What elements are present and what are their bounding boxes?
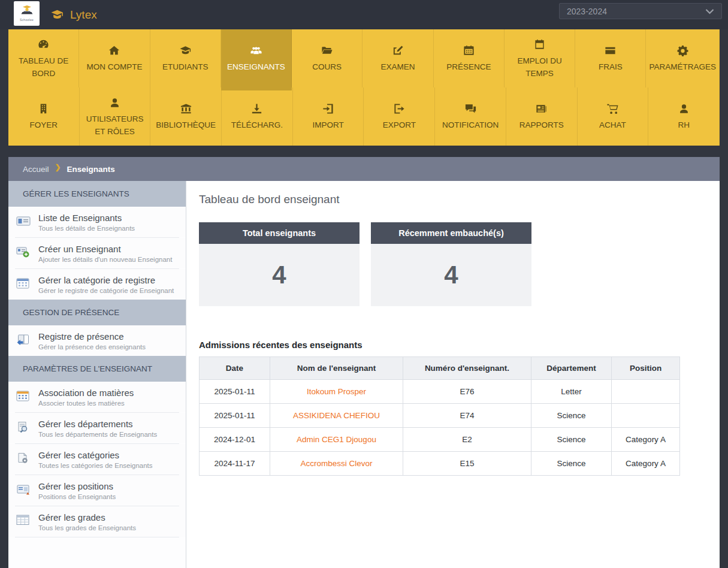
sidebar-item-subtitle: Tous les départements de Enseignants — [38, 431, 157, 438]
sidebar-item-liste-enseignants[interactable]: Liste de EnseignantsTous les détails de … — [8, 207, 186, 237]
cell-position: Category A — [612, 452, 680, 476]
sidebar-section-header: GÉRER LES ENSEIGNANTS — [8, 181, 186, 207]
add-card-icon — [16, 243, 32, 263]
newspaper-icon — [535, 102, 548, 115]
sidebar-item-creer-enseignant[interactable]: Créer un EnseignantAjouter les détails d… — [8, 238, 186, 268]
cell-teacher-number: E2 — [403, 428, 531, 452]
sign-out-icon — [393, 102, 406, 115]
sidebar-item-title: Gérer les positions — [38, 481, 116, 491]
table-header-row: DateNom de l'enseignantNuméro d'enseigna… — [200, 357, 680, 380]
brand-link[interactable]: Lytex — [50, 0, 97, 29]
nav-tile-label: FRAIS — [599, 61, 623, 74]
cell-date: 2025-01-11 — [200, 380, 270, 404]
nav-tile-export[interactable]: EXPORT — [364, 87, 435, 146]
cell-teacher-number: E74 — [403, 404, 531, 428]
nav-tile-etudiants[interactable]: ETUDIANTS — [150, 29, 221, 87]
sidebar-item-subtitle: Gérer la présence des enseignants — [38, 343, 146, 351]
nav-tile-import[interactable]: IMPORT — [293, 87, 364, 146]
sidebar-item-registre-presence[interactable]: Registre de présenceGérer la présence de… — [8, 325, 186, 356]
nav-tile-parametrages[interactable]: PARAMÉTRAGES — [646, 29, 720, 87]
nav-tile-mon-compte[interactable]: MON COMPTE — [79, 29, 150, 87]
calendar-icon — [533, 38, 546, 51]
sidebar-item-subtitle: Gérer le registre de catégorie de Enseig… — [38, 287, 174, 294]
home-icon — [108, 44, 120, 57]
teacher-name-link[interactable]: Admin CEG1 Djougou — [270, 428, 403, 452]
sidebar-item-title: Créer un Enseignant — [38, 244, 172, 254]
nav-tile-rh[interactable]: RH — [648, 87, 720, 146]
schoolee-logo[interactable]: Schoolee — [14, 1, 40, 26]
user-icon — [108, 96, 121, 109]
table-row: 2024-12-01Admin CEG1 DjougouE2ScienceCat… — [200, 428, 680, 452]
nav-tile-enseignants[interactable]: ENSEIGNANTS — [221, 29, 292, 87]
chevron-down-icon — [705, 7, 714, 16]
breadcrumb-home-link[interactable]: Accueil — [23, 165, 49, 174]
main-nav: TABLEAU DE BORDMON COMPTEETUDIANTSENSEIG… — [8, 29, 720, 146]
schoolee-logo-icon — [19, 5, 35, 17]
comments-icon — [464, 102, 477, 115]
nav-row-2: FOYERUTILISATEURS ET RÔLESBIBLIOTHÈQUETÉ… — [8, 87, 720, 146]
breadcrumb: Accueil ❯ Enseignants — [8, 157, 720, 181]
nav-tile-label: TÉLÉCHARG. — [231, 119, 283, 132]
nav-tile-label: EXAMEN — [380, 61, 415, 74]
content-area: GÉRER LES ENSEIGNANTSListe de Enseignant… — [8, 181, 720, 568]
nav-tile-label: PRÉSENCE — [446, 61, 491, 74]
nav-tile-utilisateurs-et-roles[interactable]: UTILISATEURS ET RÔLES — [80, 87, 151, 146]
teacher-name-link[interactable]: Accrombessi Clevor — [270, 452, 403, 476]
nav-tile-achat[interactable]: ACHAT — [578, 87, 649, 146]
column-header: Position — [612, 357, 680, 380]
teacher-name-link[interactable]: ASSIKIDENA CHEFIOU — [270, 404, 403, 428]
category-file-icon — [16, 449, 32, 469]
shopping-cart-icon — [606, 102, 619, 115]
nav-tile-frais[interactable]: FRAIS — [575, 29, 646, 87]
nav-tile-rapports[interactable]: RAPPORTS — [506, 87, 578, 146]
sidebar-item-subtitle: Positions de Enseignants — [38, 493, 116, 500]
nav-tile-label: RH — [678, 119, 690, 132]
column-header: Numéro d'enseignant. — [403, 357, 531, 380]
column-header: Date — [200, 357, 270, 380]
stat-card-value: 4 — [199, 244, 360, 306]
nav-tile-notification[interactable]: NOTIFICATION — [435, 87, 506, 146]
nav-tile-label: ETUDIANTS — [162, 61, 209, 74]
cell-date: 2025-01-11 — [200, 404, 270, 428]
sidebar-item-departements[interactable]: Gérer les départementsTous les départeme… — [8, 413, 186, 443]
position-card-icon — [16, 481, 32, 500]
nav-tile-label: IMPORT — [313, 119, 344, 132]
sidebar-item-categories[interactable]: Gérer les catégoriesToutes les catégorie… — [8, 444, 186, 475]
sidebar-item-title: Registre de présence — [38, 331, 146, 342]
credit-card-icon — [604, 44, 617, 57]
cell-department: Letter — [531, 380, 612, 404]
nav-tile-foyer[interactable]: FOYER — [8, 87, 80, 146]
nav-tile-bibliotheque[interactable]: BIBLIOTHÈQUE — [150, 87, 222, 146]
download-icon — [250, 102, 263, 115]
table-row: 2025-01-11ASSIKIDENA CHEFIOUE74Science — [200, 404, 680, 428]
stat-card-header: Total enseignants — [199, 222, 360, 244]
stat-card-header: Récemment embauché(s) — [371, 222, 531, 244]
nav-tile-presence[interactable]: PRÉSENCE — [434, 29, 505, 87]
cell-teacher-number: E15 — [403, 452, 531, 476]
nav-tile-telecharg[interactable]: TÉLÉCHARG. — [222, 87, 293, 146]
sidebar-item-positions[interactable]: Gérer les positionsPositions de Enseigna… — [8, 475, 186, 506]
cell-department: Science — [531, 428, 612, 452]
sidebar-item-subtitle: Toutes les catégories de Enseignants — [38, 462, 153, 469]
academic-year-select[interactable]: 2023-2024 — [559, 3, 722, 19]
cell-position — [612, 404, 680, 428]
sidebar-item-subtitle: Associer toutes les matières — [38, 400, 134, 407]
table-row: 2025-01-11Itokoum ProsperE76Letter — [200, 380, 680, 404]
cell-position — [612, 380, 680, 404]
nav-tile-label: RAPPORTS — [519, 119, 564, 132]
department-search-icon — [16, 418, 32, 438]
teacher-name-link[interactable]: Itokoum Prosper — [270, 380, 403, 404]
cell-teacher-number: E76 — [403, 380, 531, 404]
nav-tile-examen[interactable]: EXAMEN — [363, 29, 433, 87]
sidebar-item-association-matieres[interactable]: Association de matièresAssocier toutes l… — [8, 382, 186, 412]
users-icon — [250, 44, 262, 57]
sidebar-item-grades[interactable]: Gérer les gradesTous les grades de Ensei… — [8, 506, 186, 537]
sidebar-item-categorie-registre[interactable]: Gérer la catégorie de registreGérer le r… — [8, 269, 186, 300]
nav-tile-cours[interactable]: COURS — [292, 29, 363, 87]
nav-tile-tableau-de-bord[interactable]: TABLEAU DE BORD — [8, 29, 79, 87]
sidebar-item-title: Gérer les catégories — [38, 450, 153, 460]
nav-tile-emploi-du-temps[interactable]: EMPLOI DU TEMPS — [505, 29, 575, 87]
attendance-book-icon — [16, 331, 32, 351]
calendar-blue-icon — [16, 274, 32, 294]
column-header: Département — [531, 357, 612, 380]
